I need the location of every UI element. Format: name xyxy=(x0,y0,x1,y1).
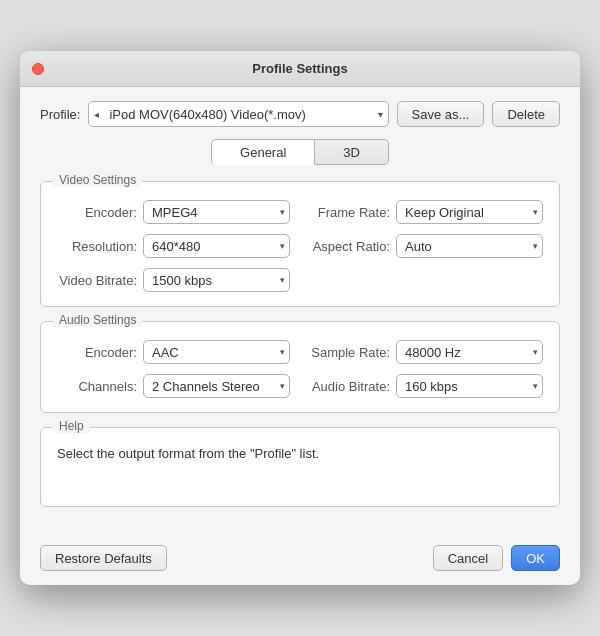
audio-bitrate-label: Audio Bitrate: xyxy=(310,379,390,394)
sample-rate-row: Sample Rate: 48000 Hz ▾ xyxy=(310,340,543,364)
tab-3d[interactable]: 3D xyxy=(315,139,389,165)
audio-settings-section: Audio Settings Encoder: AAC ▾ Sample Rat… xyxy=(40,321,560,413)
audio-bitrate-select-wrapper: 160 kbps ▾ xyxy=(396,374,543,398)
video-settings-grid: Encoder: MPEG4 ▾ Frame Rate: Keep Origin… xyxy=(57,200,543,292)
video-bitrate-label: Video Bitrate: xyxy=(57,273,137,288)
bottom-right-buttons: Cancel OK xyxy=(433,545,560,571)
audio-bitrate-row: Audio Bitrate: 160 kbps ▾ xyxy=(310,374,543,398)
channels-select-wrapper: 2 Channels Stereo ▾ xyxy=(143,374,290,398)
main-content: Profile: ◂ iPod MOV(640x480) Video(*.mov… xyxy=(20,87,580,535)
resolution-row: Resolution: 640*480 ▾ xyxy=(57,234,290,258)
resolution-select-wrapper: 640*480 ▾ xyxy=(143,234,290,258)
ok-button[interactable]: OK xyxy=(511,545,560,571)
audio-bitrate-dropdown[interactable]: 160 kbps xyxy=(396,374,543,398)
close-button[interactable] xyxy=(32,63,44,75)
channels-label: Channels: xyxy=(57,379,137,394)
video-bitrate-row: Video Bitrate: 1500 kbps ▾ xyxy=(57,268,290,292)
frame-rate-dropdown[interactable]: Keep Original xyxy=(396,200,543,224)
audio-settings-grid: Encoder: AAC ▾ Sample Rate: 48000 Hz xyxy=(57,340,543,398)
encoder-select-wrapper: MPEG4 ▾ xyxy=(143,200,290,224)
bottom-bar: Restore Defaults Cancel OK xyxy=(20,535,580,585)
channels-dropdown[interactable]: 2 Channels Stereo xyxy=(143,374,290,398)
profile-select-wrapper: ◂ iPod MOV(640x480) Video(*.mov) ▾ xyxy=(88,101,388,127)
aspect-ratio-select-wrapper: Auto ▾ xyxy=(396,234,543,258)
sample-rate-dropdown[interactable]: 48000 Hz xyxy=(396,340,543,364)
video-bitrate-select-wrapper: 1500 kbps ▾ xyxy=(143,268,290,292)
audio-encoder-row: Encoder: AAC ▾ xyxy=(57,340,290,364)
profile-nav-icon: ◂ xyxy=(94,109,99,120)
video-settings-title: Video Settings xyxy=(53,173,142,187)
encoder-dropdown[interactable]: MPEG4 xyxy=(143,200,290,224)
frame-rate-row: Frame Rate: Keep Original ▾ xyxy=(310,200,543,224)
help-title: Help xyxy=(53,419,90,433)
aspect-ratio-row: Aspect Ratio: Auto ▾ xyxy=(310,234,543,258)
profile-label: Profile: xyxy=(40,107,80,122)
delete-button[interactable]: Delete xyxy=(492,101,560,127)
restore-defaults-button[interactable]: Restore Defaults xyxy=(40,545,167,571)
channels-row: Channels: 2 Channels Stereo ▾ xyxy=(57,374,290,398)
frame-rate-label: Frame Rate: xyxy=(310,205,390,220)
help-text: Select the output format from the "Profi… xyxy=(57,446,543,461)
aspect-ratio-dropdown[interactable]: Auto xyxy=(396,234,543,258)
window-title: Profile Settings xyxy=(252,61,347,76)
sample-rate-label: Sample Rate: xyxy=(310,345,390,360)
title-bar: Profile Settings xyxy=(20,51,580,87)
tabs-bar: General 3D xyxy=(40,139,560,165)
audio-encoder-select-wrapper: AAC ▾ xyxy=(143,340,290,364)
cancel-button[interactable]: Cancel xyxy=(433,545,503,571)
sample-rate-select-wrapper: 48000 Hz ▾ xyxy=(396,340,543,364)
encoder-row: Encoder: MPEG4 ▾ xyxy=(57,200,290,224)
video-bitrate-dropdown[interactable]: 1500 kbps xyxy=(143,268,290,292)
resolution-label: Resolution: xyxy=(57,239,137,254)
audio-encoder-label: Encoder: xyxy=(57,345,137,360)
profile-row: Profile: ◂ iPod MOV(640x480) Video(*.mov… xyxy=(40,101,560,127)
frame-rate-select-wrapper: Keep Original ▾ xyxy=(396,200,543,224)
save-as-button[interactable]: Save as... xyxy=(397,101,485,127)
resolution-dropdown[interactable]: 640*480 xyxy=(143,234,290,258)
tab-general[interactable]: General xyxy=(211,139,315,165)
profile-dropdown[interactable]: iPod MOV(640x480) Video(*.mov) xyxy=(88,101,388,127)
video-settings-section: Video Settings Encoder: MPEG4 ▾ Frame Ra… xyxy=(40,181,560,307)
profile-settings-window: Profile Settings Profile: ◂ iPod MOV(640… xyxy=(20,51,580,585)
audio-encoder-dropdown[interactable]: AAC xyxy=(143,340,290,364)
help-section: Help Select the output format from the "… xyxy=(40,427,560,507)
audio-settings-title: Audio Settings xyxy=(53,313,142,327)
encoder-label: Encoder: xyxy=(57,205,137,220)
aspect-ratio-label: Aspect Ratio: xyxy=(310,239,390,254)
